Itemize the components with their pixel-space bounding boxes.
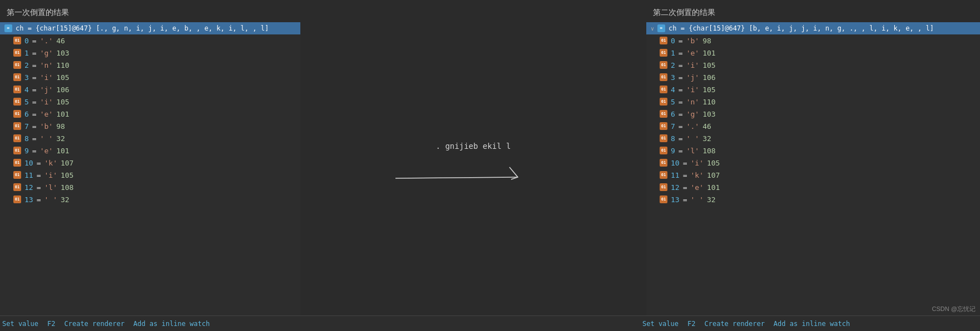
num-val: 32 xyxy=(61,195,70,204)
equals: = xyxy=(683,171,687,179)
table-row: 01 0 = 'b' 98 xyxy=(646,34,980,47)
left-var-list: 01 0 = '.' 46 01 1 = 'g' 103 01 2 = 'n' … xyxy=(0,34,300,205)
set-value-left[interactable]: Set value xyxy=(0,320,41,328)
index-num: 8 xyxy=(671,134,675,143)
left-list-icon: ≡ xyxy=(4,24,12,32)
char-val: ' ' xyxy=(44,195,57,204)
num-val: 101 xyxy=(56,110,69,118)
num-val: 98 xyxy=(56,122,65,131)
index-num: 11 xyxy=(671,171,680,179)
create-renderer-right[interactable]: Create renderer xyxy=(702,320,766,328)
num-val: 101 xyxy=(702,49,715,57)
table-row: 01 8 = ' ' 32 xyxy=(0,132,300,144)
num-val: 32 xyxy=(707,195,716,204)
toggle-icon: ∨ xyxy=(651,26,654,32)
left-var-header: ≡ ch = {char[15]@647} [., g, n, i, j, i,… xyxy=(0,22,300,34)
equals: = xyxy=(32,134,37,143)
num-val: 46 xyxy=(702,122,711,131)
item-icon: 01 xyxy=(13,98,21,106)
f2-left[interactable]: F2 xyxy=(45,320,57,328)
char-val: 'g' xyxy=(40,49,53,57)
equals: = xyxy=(679,110,683,118)
index-num: 9 xyxy=(24,147,29,155)
item-icon: 01 xyxy=(13,37,21,44)
item-icon: 01 xyxy=(660,134,667,142)
item-icon: 01 xyxy=(660,49,667,57)
char-val: 'e' xyxy=(686,49,699,57)
equals: = xyxy=(679,49,683,57)
item-icon: 01 xyxy=(13,49,21,57)
left-bottom-bar: Set value F2 Create renderer Add as inli… xyxy=(0,316,300,331)
num-val: 110 xyxy=(56,61,69,69)
left-panel: 第一次倒置的结果 ≡ ch = {char[15]@647} [., g, n,… xyxy=(0,6,300,315)
index-num: 4 xyxy=(24,86,29,94)
table-row: 01 13 = ' ' 32 xyxy=(646,193,980,205)
num-val: 101 xyxy=(707,183,720,192)
right-var-header: ∨ ≡ ch = {char[15]@647} [b, e, i, j, j, … xyxy=(646,22,980,34)
add-inline-watch-left[interactable]: Add as inline watch xyxy=(131,320,212,328)
right-list-icon: ≡ xyxy=(657,24,665,32)
index-num: 5 xyxy=(671,98,675,106)
num-val: 105 xyxy=(702,61,715,69)
item-icon: 01 xyxy=(660,110,667,118)
set-value-right[interactable]: Set value xyxy=(640,320,681,328)
equals: = xyxy=(37,159,41,167)
add-inline-watch-right[interactable]: Add as inline watch xyxy=(771,320,852,328)
char-val: 'e' xyxy=(40,147,53,155)
equals: = xyxy=(37,183,41,192)
index-num: 2 xyxy=(671,61,675,69)
num-val: 110 xyxy=(702,98,715,106)
equals: = xyxy=(32,98,37,106)
table-row: 01 4 = 'j' 106 xyxy=(0,83,300,96)
equals: = xyxy=(683,195,687,204)
equals: = xyxy=(32,61,37,69)
table-row: 01 3 = 'i' 105 xyxy=(0,71,300,83)
index-num: 3 xyxy=(671,73,675,82)
watermark: CSDN @忘忧记 xyxy=(932,305,976,313)
table-row: 01 10 = 'k' 107 xyxy=(0,157,300,169)
equals: = xyxy=(32,73,37,82)
table-row: 01 4 = 'i' 105 xyxy=(646,83,980,96)
table-row: 01 11 = 'k' 107 xyxy=(646,169,980,181)
equals: = xyxy=(32,86,37,94)
item-icon: 01 xyxy=(13,86,21,93)
table-row: 01 1 = 'e' 101 xyxy=(646,47,980,59)
equals: = xyxy=(683,159,687,167)
char-val: 'e' xyxy=(40,110,53,118)
create-renderer-left[interactable]: Create renderer xyxy=(62,320,126,328)
table-row: 01 7 = 'b' 98 xyxy=(0,120,300,132)
index-num: 6 xyxy=(671,110,675,118)
arrow-label: . gnijieb ekil l xyxy=(436,142,511,151)
table-row: 01 0 = '.' 46 xyxy=(0,34,300,47)
equals: = xyxy=(37,171,41,179)
equals: = xyxy=(32,122,37,131)
char-val: ' ' xyxy=(690,195,703,204)
f2-right[interactable]: F2 xyxy=(685,320,697,328)
num-val: 106 xyxy=(56,86,69,94)
index-num: 8 xyxy=(24,134,29,143)
table-row: 01 8 = ' ' 32 xyxy=(646,132,980,144)
item-icon: 01 xyxy=(13,183,21,191)
char-val: 'j' xyxy=(686,73,699,82)
table-row: 01 3 = 'j' 106 xyxy=(646,71,980,83)
equals: = xyxy=(679,98,683,106)
middle-section: . gnijieb ekil l xyxy=(300,6,646,315)
item-icon: 01 xyxy=(660,86,667,93)
equals: = xyxy=(679,86,683,94)
equals: = xyxy=(679,122,683,131)
index-num: 5 xyxy=(24,98,29,106)
right-panel: 第二次倒置的结果 ∨ ≡ ch = {char[15]@647} [b, e, … xyxy=(646,6,980,315)
table-row: 01 13 = ' ' 32 xyxy=(0,193,300,205)
index-num: 1 xyxy=(24,49,29,57)
index-num: 0 xyxy=(24,37,29,45)
item-icon: 01 xyxy=(660,73,667,81)
char-val: 'l' xyxy=(686,147,699,155)
char-val: 'k' xyxy=(690,171,703,179)
equals: = xyxy=(32,49,37,57)
num-val: 103 xyxy=(56,49,69,57)
table-row: 01 2 = 'i' 105 xyxy=(646,59,980,71)
item-icon: 01 xyxy=(13,110,21,118)
item-icon: 01 xyxy=(13,147,21,154)
equals: = xyxy=(32,147,37,155)
num-val: 32 xyxy=(56,134,65,143)
